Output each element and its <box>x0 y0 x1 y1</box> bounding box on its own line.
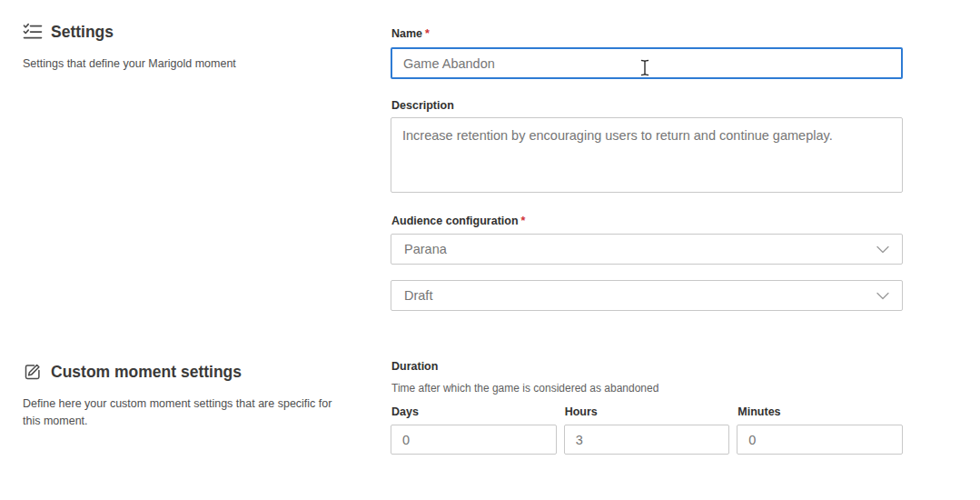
moment-settings-form: Name* Description Increase retention by … <box>391 0 903 500</box>
edit-note-icon <box>23 362 43 382</box>
hours-label: Hours <box>565 405 730 418</box>
hours-input[interactable] <box>564 425 730 455</box>
settings-section-description: Settings that define your Marigold momen… <box>23 55 368 73</box>
minutes-label: Minutes <box>737 405 903 418</box>
custom-moment-section-title: Custom moment settings <box>23 362 342 382</box>
name-input[interactable] <box>391 47 903 79</box>
dropdown-selected-value: Parana <box>404 242 447 256</box>
section-title-text: Settings <box>51 23 114 42</box>
custom-moment-section-intro: Custom moment settings Define here your … <box>23 362 342 431</box>
duration-fields-row: Days Hours Minutes <box>391 405 903 455</box>
days-input[interactable] <box>391 425 557 455</box>
audience-configuration-dropdown[interactable]: Parana <box>391 234 903 265</box>
section-title-text: Custom moment settings <box>51 363 242 382</box>
description-textarea[interactable]: Increase retention by encouraging users … <box>391 117 903 193</box>
duration-minutes-field: Minutes <box>737 405 903 455</box>
duration-days-field: Days <box>391 405 557 455</box>
days-label: Days <box>391 405 557 418</box>
name-label: Name* <box>391 27 430 40</box>
description-label: Description <box>391 99 454 112</box>
required-asterisk: * <box>425 27 430 40</box>
chevron-down-icon <box>876 292 889 300</box>
settings-section-title: Settings <box>23 22 368 42</box>
duration-hours-field: Hours <box>564 405 730 455</box>
duration-hint: Time after which the game is considered … <box>391 382 658 395</box>
status-dropdown[interactable]: Draft <box>391 280 903 311</box>
duration-label: Duration <box>391 360 438 373</box>
settings-section-intro: Settings Settings that define your Marig… <box>23 22 368 73</box>
chevron-down-icon <box>876 245 889 254</box>
dropdown-selected-value: Draft <box>404 288 432 303</box>
custom-moment-section-description: Define here your custom moment settings … <box>23 395 342 431</box>
checklist-icon <box>23 22 43 42</box>
audience-configuration-label: Audience configuration* <box>391 215 525 227</box>
minutes-input[interactable] <box>737 425 903 455</box>
required-asterisk: * <box>521 215 526 227</box>
